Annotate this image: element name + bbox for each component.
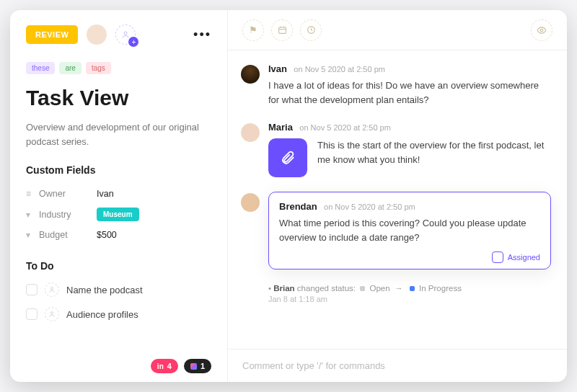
status-to-color <box>410 286 415 291</box>
composer-placeholder: Comment or type '/' for commands <box>242 360 385 371</box>
checkbox[interactable] <box>492 251 503 263</box>
comment: Ivan on Nov 5 2020 at 2:50 pm I have a l… <box>241 63 551 107</box>
field-icon: ≡ <box>26 189 39 199</box>
comment-composer[interactable]: Comment or type '/' for commands <box>228 349 567 382</box>
watch-icon[interactable] <box>531 19 552 41</box>
field-value-badge[interactable]: Museum <box>97 208 139 221</box>
left-header: REVIEW + ••• <box>26 24 211 45</box>
todo-label: Name the podcast <box>66 285 143 295</box>
integration-pill-b[interactable]: 1 <box>184 359 211 373</box>
field-label: Owner <box>39 189 97 199</box>
comment-header: Ivan on Nov 5 2020 at 2:50 pm <box>268 63 551 74</box>
assignee-avatar[interactable] <box>87 24 107 45</box>
checkbox[interactable] <box>26 308 38 320</box>
left-panel: REVIEW + ••• these are tags Task View Ov… <box>10 10 228 382</box>
comment-body: What time period is this covering? Could… <box>279 216 540 245</box>
todo-label: Audience profiles <box>66 309 138 320</box>
field-label: Industry <box>39 210 97 220</box>
custom-field-row: ≡ Owner Ivan <box>26 184 211 203</box>
activity-verb: changed status: <box>297 284 356 293</box>
task-description[interactable]: Overview and development of our original… <box>26 120 211 148</box>
comment-timestamp: on Nov 5 2020 at 2:50 pm <box>294 65 385 74</box>
flag-icon[interactable]: ⚑ <box>242 19 264 41</box>
comment-header: Maria on Nov 5 2020 at 2:50 pm <box>268 122 551 133</box>
right-header: ⚑ <box>228 10 567 50</box>
assigned-toggle[interactable]: Assigned <box>279 251 540 263</box>
time-icon[interactable] <box>300 19 322 41</box>
comment-avatar[interactable] <box>241 65 260 84</box>
integration-pill-a[interactable]: in 4 <box>151 359 178 373</box>
field-value[interactable]: Ivan <box>97 189 114 199</box>
more-menu-button[interactable]: ••• <box>193 27 211 43</box>
activity-entry: • Brian changed status: Open → In Progre… <box>268 284 551 303</box>
comment-avatar[interactable] <box>241 123 260 142</box>
checkbox[interactable] <box>26 284 38 295</box>
assignee-placeholder-icon[interactable] <box>45 282 59 297</box>
tag[interactable]: these <box>26 62 55 74</box>
comment-body: I have a lot of ideas for this! Do we ha… <box>268 79 551 107</box>
activity-actor: Brian <box>273 284 294 293</box>
assignee-placeholder-icon[interactable] <box>45 307 59 321</box>
todo-item[interactable]: Name the podcast <box>26 277 211 302</box>
integration-a-icon: in <box>157 362 164 370</box>
comment-header: Brendan on Nov 5 2020 at 2:50 pm <box>279 201 540 212</box>
comment-timestamp: on Nov 5 2020 at 2:50 pm <box>299 123 391 132</box>
plus-icon: + <box>128 37 138 47</box>
comment-body: This is the start of the overview for th… <box>317 138 551 177</box>
count: 4 <box>167 362 172 370</box>
status-from: Open <box>369 284 389 293</box>
comment-highlighted: Brendan on Nov 5 2020 at 2:50 pm What ti… <box>241 192 551 269</box>
todo-item[interactable]: Audience profiles <box>26 302 211 326</box>
status-from-color <box>360 286 365 291</box>
task-card: REVIEW + ••• these are tags Task View Ov… <box>10 10 567 382</box>
right-panel: ⚑ Ivan on Nov 5 2020 at 2:50 pm I have a… <box>228 10 567 382</box>
attachment-icon[interactable] <box>268 138 307 177</box>
field-label: Budget <box>39 230 97 240</box>
assigned-label: Assigned <box>508 253 540 262</box>
add-person-button[interactable]: + <box>115 24 136 45</box>
svg-rect-3 <box>278 27 286 34</box>
todo-list: Name the podcast Audience profiles <box>26 277 211 326</box>
count: 1 <box>201 362 205 370</box>
comment-author: Maria <box>268 122 293 133</box>
status-pill[interactable]: REVIEW <box>26 25 78 44</box>
date-icon[interactable] <box>271 19 293 41</box>
assigned-comment-box[interactable]: Brendan on Nov 5 2020 at 2:50 pm What ti… <box>268 192 551 269</box>
comment-timestamp: on Nov 5 2020 at 2:50 pm <box>324 202 415 211</box>
svg-point-5 <box>540 29 543 32</box>
custom-fields-heading: Custom Fields <box>26 164 211 176</box>
figma-icon <box>190 363 197 370</box>
todo-heading: To Do <box>26 260 211 272</box>
comment-feed[interactable]: Ivan on Nov 5 2020 at 2:50 pm I have a l… <box>228 50 567 349</box>
field-value[interactable]: $500 <box>97 230 117 240</box>
comment: Maria on Nov 5 2020 at 2:50 pm This is t… <box>241 122 551 177</box>
custom-field-row: ▾ Industry Museum <box>26 203 211 226</box>
footer-pills: in 4 1 <box>151 359 211 373</box>
svg-point-2 <box>50 312 53 314</box>
tag[interactable]: are <box>59 62 81 74</box>
svg-point-0 <box>124 32 127 35</box>
tag[interactable]: tags <box>86 62 111 74</box>
custom-fields: ≡ Owner Ivan ▾ Industry Museum ▾ Budget … <box>26 184 211 244</box>
activity-timestamp: Jan 8 at 1:18 am <box>268 295 551 303</box>
task-title[interactable]: Task View <box>26 86 211 110</box>
status-to: In Progress <box>419 284 462 293</box>
custom-field-row: ▾ Budget $500 <box>26 226 211 244</box>
field-icon: ▾ <box>26 210 39 220</box>
comment-author: Ivan <box>268 63 287 74</box>
field-icon: ▾ <box>26 230 39 240</box>
comment-author: Brendan <box>279 201 317 212</box>
comment-avatar[interactable] <box>241 193 260 212</box>
svg-point-1 <box>50 288 53 290</box>
tag-list: these are tags <box>26 62 211 74</box>
